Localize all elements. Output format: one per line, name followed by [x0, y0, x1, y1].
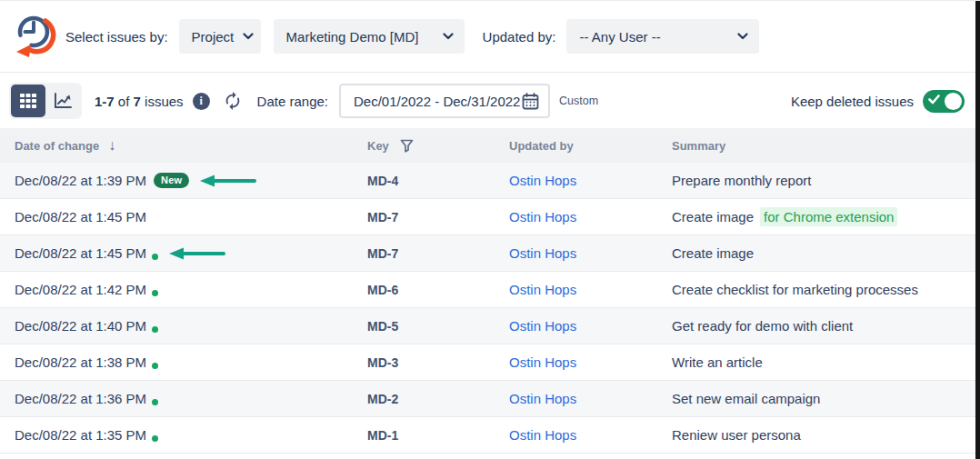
- updated-by-link[interactable]: Ostin Hops: [509, 318, 576, 334]
- new-change-dot: [152, 399, 158, 405]
- time-in-status-logo-icon: [9, 10, 56, 63]
- date-range-label: Date range:: [257, 94, 328, 109]
- table-row[interactable]: Dec/08/22 at 1:35 PM MD-1 Ostin Hops Ren…: [0, 417, 975, 454]
- user-selector-dropdown[interactable]: -- Any User --: [566, 19, 759, 54]
- toggle-knob: [945, 93, 962, 110]
- updated-by-link[interactable]: Ostin Hops: [509, 427, 576, 443]
- keep-deleted-issues-label: Keep deleted issues: [791, 94, 914, 109]
- updated-by-link[interactable]: Ostin Hops: [509, 173, 576, 188]
- column-key: Key: [367, 139, 389, 153]
- summary-text: Create image: [672, 209, 754, 225]
- check-icon: [928, 95, 940, 105]
- updated-by-label: Updated by:: [483, 29, 556, 45]
- change-date: Dec/08/22 at 1:45 PM: [15, 245, 146, 261]
- line-chart-icon: [54, 93, 72, 109]
- grid-icon: [20, 94, 36, 108]
- window-edge: [975, 1, 980, 459]
- new-change-dot: [152, 290, 158, 296]
- new-badge: New: [154, 173, 189, 188]
- date-range-mode-label: Custom: [559, 95, 598, 107]
- issue-selector-value: Project: [192, 29, 235, 45]
- select-issues-by-label: Select issues by:: [65, 29, 168, 45]
- user-selector-value: -- Any User --: [579, 29, 660, 45]
- table-row[interactable]: Dec/08/22 at 1:36 PM MD-2 Ostin Hops Set…: [0, 381, 975, 417]
- summary-text: Get ready for demo with client: [672, 318, 853, 334]
- chart-view-button[interactable]: [45, 85, 80, 117]
- issue-key: MD-4: [367, 174, 398, 188]
- change-date: Dec/08/22 at 1:36 PM: [15, 391, 146, 406]
- change-date: Dec/08/22 at 1:42 PM: [15, 282, 146, 297]
- new-change-dot: [152, 363, 158, 369]
- issue-key: MD-7: [367, 210, 398, 225]
- table-row[interactable]: Dec/08/22 at 1:39 PM New MD-4 Ostin Hops…: [0, 163, 975, 199]
- column-summary: Summary: [672, 139, 725, 153]
- summary-text: Create checklist for marketing processes: [672, 282, 918, 297]
- filter-icon[interactable]: [400, 139, 414, 153]
- summary-text: Create image: [672, 245, 754, 261]
- project-selector-dropdown[interactable]: Marketing Demo [MD]: [274, 19, 465, 54]
- summary-text: Set new email campaign: [672, 391, 820, 406]
- issue-count: 1-7 of 7 issues: [95, 94, 184, 109]
- updated-by-link[interactable]: Ostin Hops: [509, 209, 576, 225]
- change-date: Dec/08/22 at 1:35 PM: [15, 427, 146, 443]
- updated-by-link[interactable]: Ostin Hops: [509, 282, 576, 297]
- summary-text: Prepare monthly report: [672, 173, 811, 188]
- table-header-row: Date of change ↓ Key Updated by Summary: [0, 128, 975, 163]
- column-updated-by: Updated by: [509, 139, 574, 153]
- chevron-down-icon: [737, 33, 748, 40]
- updated-by-link[interactable]: Ostin Hops: [509, 354, 576, 370]
- issue-key: MD-1: [367, 428, 398, 443]
- info-icon[interactable]: i: [193, 93, 210, 110]
- issue-key: MD-5: [367, 319, 398, 334]
- toolbar: 1-7 of 7 issues i Date range: Dec/01/202…: [0, 74, 975, 128]
- change-date: Dec/08/22 at 1:38 PM: [15, 354, 146, 370]
- project-selector-value: Marketing Demo [MD]: [286, 29, 419, 45]
- table-row[interactable]: Dec/08/22 at 1:40 PM MD-5 Ostin Hops Get…: [0, 308, 975, 344]
- annotation-arrow-icon: [169, 247, 225, 260]
- keep-deleted-issues-toggle[interactable]: [923, 90, 965, 113]
- change-date: Dec/08/22 at 1:39 PM: [15, 173, 146, 188]
- issue-key: MD-6: [367, 283, 398, 297]
- new-change-dot: [152, 435, 158, 442]
- summary-highlight: for Chrome extension: [760, 207, 897, 226]
- issue-key: MD-7: [367, 246, 398, 261]
- change-date: Dec/08/22 at 1:45 PM: [15, 209, 146, 225]
- refresh-icon[interactable]: [223, 91, 243, 111]
- issue-key: MD-2: [367, 392, 398, 406]
- issue-key: MD-3: [367, 355, 398, 370]
- new-change-dot: [152, 326, 158, 333]
- chevron-down-icon: [243, 33, 254, 40]
- date-range-value: Dec/01/2022 - Dec/31/2022: [354, 94, 520, 109]
- view-toggle-group: [9, 83, 82, 119]
- annotation-arrow-icon: [200, 175, 256, 187]
- table-row[interactable]: Dec/08/22 at 1:42 PM MD-6 Ostin Hops Cre…: [0, 272, 975, 308]
- app-window: Select issues by: Project Marketing Demo…: [0, 0, 980, 459]
- updated-by-link[interactable]: Ostin Hops: [509, 245, 576, 261]
- date-range-input[interactable]: Dec/01/2022 - Dec/31/2022: [339, 84, 550, 118]
- chevron-down-icon: [443, 33, 454, 40]
- summary-text: Reniew user persona: [672, 427, 801, 443]
- table-row[interactable]: Dec/08/22 at 1:45 PM MD-7 Ostin Hops Cre…: [0, 235, 975, 272]
- table-row[interactable]: Dec/08/22 at 1:45 PM MD-7 Ostin Hops Cre…: [0, 199, 975, 235]
- column-date-of-change: Date of change: [15, 139, 99, 153]
- top-filter-bar: Select issues by: Project Marketing Demo…: [0, 1, 975, 73]
- issue-selector-dropdown[interactable]: Project: [179, 19, 261, 54]
- updated-by-link[interactable]: Ostin Hops: [509, 391, 576, 406]
- table-row[interactable]: Dec/08/22 at 1:38 PM MD-3 Ostin Hops Wri…: [0, 344, 975, 381]
- table-view-button[interactable]: [11, 85, 45, 117]
- issues-table: Date of change ↓ Key Updated by Summary …: [0, 128, 975, 454]
- calendar-icon[interactable]: [522, 93, 539, 110]
- summary-text: Write an article: [672, 354, 763, 370]
- sort-descending-icon[interactable]: ↓: [108, 137, 115, 154]
- new-change-dot: [152, 254, 158, 260]
- table-body: Dec/08/22 at 1:39 PM New MD-4 Ostin Hops…: [0, 163, 975, 454]
- change-date: Dec/08/22 at 1:40 PM: [15, 318, 146, 334]
